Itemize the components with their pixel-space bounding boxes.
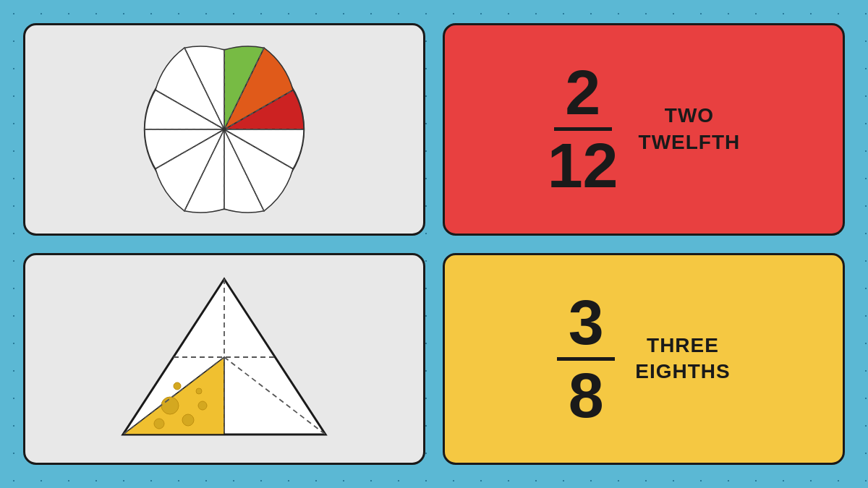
fraction-label: TWO TWELFTH <box>639 103 741 155</box>
svg-point-19 <box>196 388 202 394</box>
fraction-numerator-2: 3 <box>569 291 604 354</box>
triangle-card <box>23 253 425 466</box>
triangle-svg <box>116 272 333 445</box>
fraction-denominator: 12 <box>548 134 618 197</box>
pie-chart-svg <box>130 35 318 223</box>
triangle-container <box>25 255 423 463</box>
pie-chart-card <box>23 23 425 236</box>
two-twelfths-card: 2 12 TWO TWELFTH <box>443 23 845 236</box>
pie-chart-container <box>25 25 423 234</box>
svg-point-15 <box>182 414 194 426</box>
svg-point-18 <box>174 382 181 390</box>
fraction-block: 2 12 <box>548 61 618 197</box>
svg-point-17 <box>198 401 207 410</box>
svg-point-11 <box>222 127 226 132</box>
fraction-block-2: 3 8 <box>557 291 615 427</box>
fraction-denominator-2: 8 <box>569 364 604 427</box>
svg-point-14 <box>161 397 179 414</box>
svg-point-16 <box>154 419 164 429</box>
fraction-label-2: THREE EIGHTHS <box>635 333 730 385</box>
fraction-numerator: 2 <box>565 61 600 124</box>
three-eighths-card: 3 8 THREE EIGHTHS <box>443 253 845 466</box>
main-grid: 2 12 TWO TWELFTH <box>0 0 868 488</box>
